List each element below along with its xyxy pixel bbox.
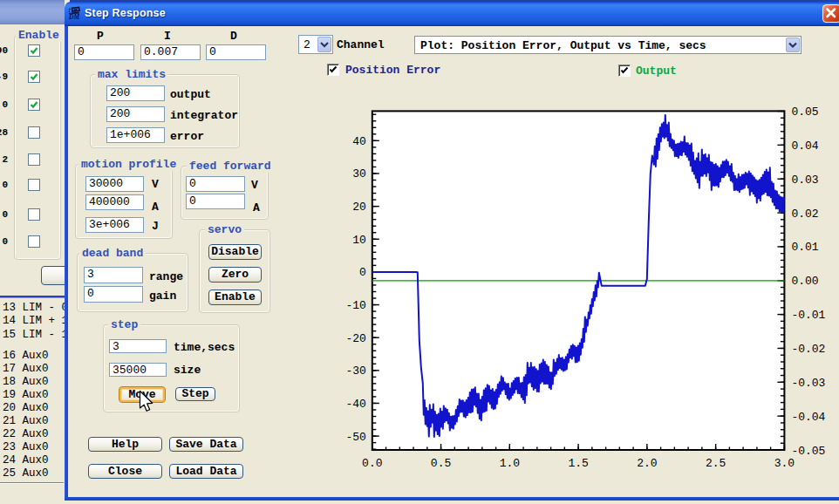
svg-text:40: 40 xyxy=(352,135,366,148)
svg-text:30: 30 xyxy=(352,167,366,180)
svg-text:0.04: 0.04 xyxy=(791,140,818,153)
svg-text:-20: -20 xyxy=(345,332,365,345)
svg-text:-10: -10 xyxy=(345,299,365,312)
svg-text:10: 10 xyxy=(352,234,366,247)
svg-text:0.5: 0.5 xyxy=(431,457,451,470)
svg-text:20: 20 xyxy=(352,201,366,214)
svg-text:-0.01: -0.01 xyxy=(791,309,825,322)
svg-text:2.5: 2.5 xyxy=(706,457,726,470)
svg-text:0.01: 0.01 xyxy=(791,241,818,254)
svg-text:-50: -50 xyxy=(345,431,365,444)
svg-text:0.0: 0.0 xyxy=(362,457,382,470)
svg-text:-40: -40 xyxy=(345,398,365,411)
svg-text:-0.04: -0.04 xyxy=(791,411,825,424)
svg-text:-0.05: -0.05 xyxy=(791,445,825,458)
svg-text:0.03: 0.03 xyxy=(791,174,818,187)
svg-text:-30: -30 xyxy=(345,364,365,378)
svg-text:0.00: 0.00 xyxy=(791,275,818,288)
svg-text:3.0: 3.0 xyxy=(774,457,795,470)
svg-text:0.05: 0.05 xyxy=(791,106,818,119)
svg-text:-0.02: -0.02 xyxy=(791,343,825,356)
svg-text:0.02: 0.02 xyxy=(791,208,818,221)
svg-text:1.5: 1.5 xyxy=(568,457,588,470)
svg-text:0: 0 xyxy=(359,266,366,279)
svg-text:-0.03: -0.03 xyxy=(791,377,825,390)
svg-text:2.0: 2.0 xyxy=(637,457,657,470)
svg-text:1.0: 1.0 xyxy=(500,457,520,470)
